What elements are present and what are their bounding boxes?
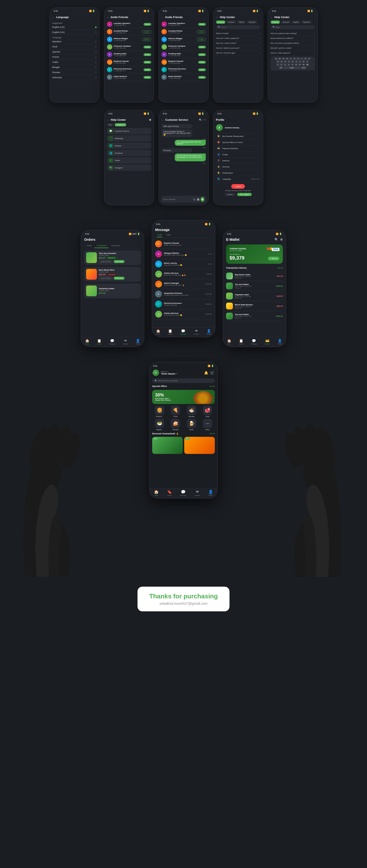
contact-alfonso2[interactable]: A Alfonso Midget+1 300-500-333 Invited — [162, 36, 206, 43]
key-s[interactable]: S — [280, 60, 283, 63]
nav-profile3[interactable]: 👤Profile — [278, 339, 282, 345]
menu-language[interactable]: 🌐LanguageEnglish (AU) — [216, 176, 260, 182]
key-p[interactable]: P — [308, 57, 311, 60]
location-value[interactable]: Times Square ▼ — [161, 373, 204, 375]
chat-sanjuanita[interactable]: S Sanjuanita OrdonezI'll have good ideas… — [155, 289, 212, 299]
key-backspace[interactable]: ⌫ — [306, 63, 309, 66]
faq-1[interactable]: What is Foody?› — [216, 31, 260, 36]
discount-card-1[interactable]: HOT — [152, 437, 183, 454]
logout-button[interactable]: Logout — [231, 184, 245, 189]
order-again-btn[interactable]: Order Again — [114, 260, 124, 263]
chat-clinton1[interactable]: C Clinton McclureWow, this is really epi… — [155, 269, 212, 279]
contact-geoffrey[interactable]: G Geoffrey Molt+1 200-500-555 Invite — [107, 51, 151, 58]
contact-geoffrey2[interactable]: G Geoffrey Molt+1 200-500-555 Invite — [162, 51, 206, 58]
cart-icon[interactable]: 🛒 — [210, 371, 214, 375]
see-all-offers[interactable]: See All — [209, 385, 215, 387]
key-g[interactable]: G — [291, 60, 294, 63]
lang-bengali[interactable]: Bengali — [52, 65, 97, 70]
key-o[interactable]: O — [304, 57, 307, 60]
notification-icon[interactable]: 🔔 — [204, 371, 208, 375]
invite-btn[interactable]: Invite — [198, 76, 206, 79]
category-noodles[interactable]: 🍜 Noodles — [184, 405, 199, 417]
contact-whatsapp[interactable]: 📱 WhatsApp — [107, 135, 151, 142]
lang-arabic[interactable]: Arabic — [52, 60, 97, 65]
key-z[interactable]: Z — [280, 63, 283, 66]
tab-payment2[interactable]: Payment — [302, 21, 312, 24]
key-123[interactable]: 123 — [279, 66, 283, 69]
invite-btn[interactable]: Invite — [144, 61, 151, 64]
back-arrow-icon[interactable]: ← — [107, 119, 109, 121]
contact-alfonso[interactable]: A Alfonso Midget+1 300-500-333 Invited — [107, 36, 151, 43]
contact-website[interactable]: 🌐 Website — [107, 143, 151, 149]
invite-btn[interactable]: Invite — [144, 46, 151, 49]
contact-florencia[interactable]: F Florencia Dorrance+1 200-500-777 Invit… — [107, 66, 151, 73]
menu-address[interactable]: 📍Address — [216, 158, 260, 164]
yes-logout-button[interactable]: Yes, Logout — [237, 193, 252, 196]
contact-facebook[interactable]: 👥 Facebook — [107, 150, 151, 156]
faq-2[interactable]: How can I make a payment?› — [216, 36, 260, 41]
nav-home2[interactable]: 🏠Home — [156, 329, 160, 335]
see-all-transactions[interactable]: See All — [278, 267, 283, 269]
cancel-button[interactable]: Cancel — [224, 193, 235, 196]
faq-a[interactable]: Why do my payment status showing?› — [271, 31, 315, 36]
help2-search[interactable]: 🔍 Why I — [271, 25, 315, 29]
tab-general2[interactable]: General — [271, 21, 280, 24]
key-x[interactable]: X — [284, 63, 287, 66]
menu-notifications[interactable]: 🔔Notifications — [216, 170, 260, 176]
key-w[interactable]: W — [278, 57, 281, 60]
category-more[interactable]: ⋯ More — [200, 419, 215, 430]
see-all-discount[interactable]: See All — [209, 433, 215, 434]
back-arrow-icon[interactable]: ← — [107, 16, 109, 19]
key-i[interactable]: I — [300, 57, 303, 60]
key-k[interactable]: K — [302, 60, 305, 63]
key-c[interactable]: C — [287, 63, 290, 66]
menu-profile[interactable]: 👤Profile — [216, 152, 260, 158]
back-arrow-icon[interactable]: ← — [52, 16, 55, 19]
search-wallet-icon[interactable]: 🔍 — [275, 238, 278, 241]
invite-btn[interactable]: Invite — [144, 68, 151, 71]
more-icon[interactable]: ⋯ — [203, 119, 206, 121]
tab-topline2[interactable]: Topline — [292, 21, 301, 24]
category-pizza[interactable]: 🍕 Pizza — [168, 405, 183, 417]
tab-active[interactable]: Active — [84, 244, 94, 248]
faq-e[interactable]: How can I make a payment?› — [271, 51, 315, 56]
key-r[interactable]: R — [285, 57, 289, 60]
key-v[interactable]: V — [291, 63, 294, 66]
invite-btn[interactable]: Invite — [198, 46, 206, 49]
topup-button[interactable]: ↑ Top Up — [268, 257, 280, 260]
tab-contactus[interactable]: Contact us — [115, 123, 126, 126]
lang-mandarin[interactable]: Mandarin — [52, 39, 97, 44]
menu-security[interactable]: 🔒Security — [216, 164, 260, 170]
key-shift[interactable]: ⇧ — [276, 63, 279, 66]
key-n[interactable]: N — [298, 63, 302, 66]
contact-francene[interactable]: F Francene Vandyne+1 300-500-444 Invite — [107, 43, 151, 51]
category-vegeta[interactable]: 🥗 Vegeta... — [152, 419, 167, 430]
search-icon[interactable]: 🔍 — [199, 119, 202, 121]
contact-instagram[interactable]: 📷 Instagram — [107, 164, 151, 171]
send-icon[interactable]: ➤ — [201, 197, 204, 202]
nav-heart2[interactable]: ❤Favorite — [194, 329, 199, 335]
leave-review-btn[interactable]: Leave a Review — [99, 260, 113, 263]
contact-customer-service[interactable]: 💬 Customer Service — [107, 128, 151, 134]
tab-payment[interactable]: Payment — [247, 21, 257, 24]
nav-message2[interactable]: 💬Message — [180, 329, 186, 335]
nav-home[interactable]: 🏠Home — [85, 339, 89, 345]
lang-hindi[interactable]: Hindi — [52, 44, 97, 50]
invite-btn[interactable]: Invite — [198, 23, 206, 26]
chat-elmer[interactable]: E Elmer Lavertyomg, this is amazing 😊 10… — [155, 259, 212, 269]
lang-russian[interactable]: Russian — [52, 70, 97, 75]
nav-profile2[interactable]: 👤Profile — [207, 329, 211, 335]
key-e[interactable]: E — [282, 57, 285, 60]
nav-message[interactable]: 💬Message — [109, 339, 115, 345]
nav-orders[interactable]: 📋Orders — [97, 339, 101, 345]
contact-rayford[interactable]: R Rayford Chenail+1 200-500-666 Invite — [107, 58, 151, 66]
food-search-input[interactable]: 🔍 What are you craving? — [152, 378, 215, 383]
key-f[interactable]: F — [287, 60, 291, 63]
nav-wallet[interactable]: 💳E-Wallet — [264, 339, 270, 345]
chat-florencia[interactable]: F Florencia DorranceI'll have next time … — [155, 299, 212, 309]
key-l[interactable]: L — [306, 60, 309, 63]
invite-btn[interactable]: Invite — [198, 61, 206, 64]
settings-wallet-icon[interactable]: ⚙ — [280, 238, 283, 241]
back-arrow-icon[interactable]: ← — [162, 16, 164, 19]
faq-3[interactable]: How can I cancel orders?› — [216, 41, 260, 46]
